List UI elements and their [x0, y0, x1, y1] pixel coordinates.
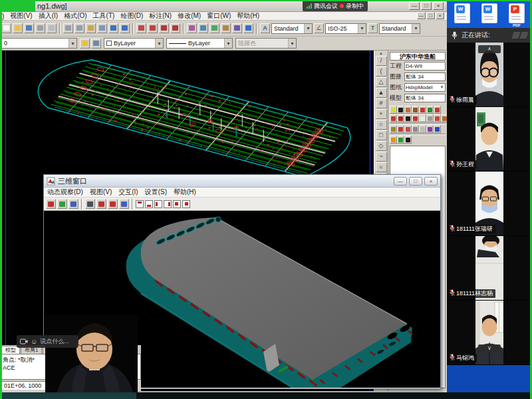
view-left-cube-icon[interactable] [154, 200, 162, 208]
block-editor-icon[interactable] [232, 23, 242, 33]
copy-icon[interactable] [74, 23, 84, 33]
cad-menu-2[interactable]: 格式(O) [64, 11, 86, 21]
view-top-cube-icon[interactable] [136, 200, 144, 208]
sheetset-manager-icon[interactable] [209, 23, 219, 33]
hull-mark-icon[interactable] [434, 106, 441, 114]
layer-select[interactable]: 0▼ [1, 38, 77, 49]
zoom-previous-icon[interactable] [170, 23, 180, 33]
hull-barrel-icon[interactable] [397, 114, 404, 122]
toolbar-scroll-up-icon[interactable]: ▲ [379, 51, 383, 55]
measure-icon[interactable]: = [376, 162, 387, 172]
hull-gray2-icon[interactable] [419, 125, 426, 133]
mdi-close-button[interactable]: × [436, 12, 444, 19]
layer-states-icon[interactable] [80, 39, 90, 49]
cad-menu-5[interactable]: 标注(N) [149, 11, 172, 21]
hull-save-icon[interactable] [397, 106, 404, 114]
linetype-select[interactable]: ByLayer▼ [166, 38, 233, 49]
panel-field-value[interactable]: 船体 34 [404, 94, 446, 102]
view-back-cube-icon[interactable] [182, 200, 190, 208]
hull-curve-icon[interactable] [404, 125, 412, 133]
maximize-button[interactable]: □ [421, 2, 432, 10]
hull-delete-icon[interactable] [404, 136, 412, 144]
cut-icon[interactable] [63, 23, 73, 33]
cad-menu-1[interactable]: 插入(I) [39, 11, 58, 21]
draw-solid-icon[interactable]: ▲ [376, 88, 387, 98]
participant-cell[interactable]: 181111林志杨 [447, 236, 532, 301]
chat-input-placeholder[interactable]: 说点什么... [40, 337, 69, 346]
word-doc-icon-2[interactable]: W [479, 3, 499, 28]
meeting-chat-bar[interactable]: ☺ 说点什么... [17, 335, 78, 348]
hull-cut-icon[interactable] [404, 114, 412, 122]
lineweight-select[interactable]: 随颜色▼ [235, 38, 297, 49]
viewer3d-menu-2[interactable]: 交互(I) [118, 188, 138, 197]
paste-icon[interactable] [86, 23, 96, 33]
view-bottom-cube-icon[interactable] [145, 200, 153, 208]
viewer3d-maximize-button[interactable]: □ [409, 177, 422, 186]
layer-isolate-icon[interactable] [91, 39, 101, 49]
rotate-icon[interactable]: ○ [376, 120, 387, 130]
collapse-up-button[interactable]: ∧ [478, 45, 501, 53]
panel-field-value[interactable]: 船体 34 [404, 72, 446, 81]
hull-block-icon[interactable] [412, 106, 419, 114]
hull-new-icon[interactable] [390, 106, 397, 114]
viewer3d-menu-1[interactable]: 视图(V) [90, 188, 112, 197]
hull-stack-icon[interactable] [426, 114, 434, 122]
hull-weld-icon[interactable] [434, 114, 441, 122]
hull-flag-icon[interactable] [412, 114, 419, 122]
hull-plate-icon[interactable] [419, 106, 426, 114]
cad-menu-8[interactable]: 帮助(H) [237, 11, 259, 21]
text-style-icon[interactable]: A [260, 23, 270, 33]
orbit-icon[interactable] [46, 199, 56, 209]
cad-menu-3[interactable]: 工具(T) [93, 11, 115, 21]
delete-view-icon[interactable] [108, 199, 118, 209]
viewer3d-menu-0[interactable]: 动态观察(D) [47, 188, 83, 197]
zoom-realtime-icon[interactable] [148, 23, 158, 33]
participant-video[interactable] [475, 107, 503, 172]
cad-menu-0[interactable]: 视图(V) [10, 11, 32, 21]
diamond-icon[interactable]: ◇ [376, 141, 387, 151]
hull-import-icon[interactable] [404, 106, 412, 114]
hull-diamond-icon[interactable] [390, 136, 397, 144]
participant-cell[interactable]: ∧徐雨晨 [447, 43, 532, 107]
pdf-doc-icon[interactable]: PPDF [507, 3, 527, 28]
view-right-cube-icon[interactable] [164, 200, 172, 208]
participant-cell[interactable]: 孙王程 [447, 107, 532, 172]
plot-preview-icon[interactable] [47, 23, 57, 33]
draw-line-icon[interactable]: / [376, 56, 387, 66]
monitor-icon[interactable] [85, 199, 95, 209]
new-file-icon[interactable] [1, 23, 11, 33]
zoom-window-icon[interactable] [159, 23, 169, 33]
dim-style-icon[interactable]: ∠ [314, 23, 324, 33]
hull-profile-icon[interactable] [426, 106, 434, 114]
flag-icon[interactable] [96, 199, 106, 209]
panel-field-value[interactable]: D4-W9 [404, 62, 446, 70]
participant-cell[interactable]: ∨马锦鸿 [447, 301, 532, 365]
redo-icon[interactable] [120, 23, 130, 33]
viewer3d-menu-3[interactable]: 设置(S) [145, 188, 167, 197]
view-front-cube-icon[interactable] [173, 200, 181, 208]
hull-gray1-icon[interactable] [412, 125, 419, 133]
viewer3d-close-button[interactable]: × [424, 177, 438, 186]
participant-cell[interactable]: 181111张瑞研 [447, 172, 532, 236]
taskbar[interactable] [0, 392, 532, 399]
emoji-icon[interactable]: ☺ [31, 338, 37, 345]
move-icon[interactable]: + [376, 109, 387, 119]
table-style-icon[interactable]: T [368, 23, 378, 33]
minimize-button[interactable]: — [409, 2, 420, 10]
grid-array-icon[interactable]: # [376, 98, 387, 108]
match-properties-icon[interactable] [97, 23, 107, 33]
viewer3d-titlebar[interactable]: 三维窗口 — □ × [44, 175, 440, 188]
cad-titlebar[interactable]: ng1.dwg] 腾讯会议 录制中 — □ × [0, 0, 447, 12]
hull-edge-icon[interactable] [397, 125, 404, 133]
open-file-icon[interactable] [13, 23, 23, 33]
draw-arc-icon[interactable]: ( [376, 66, 387, 76]
designcenter-icon[interactable] [187, 23, 197, 33]
draw-polygon-icon[interactable]: △ [376, 77, 387, 87]
panel-field-value[interactable]: HdxpModel▼ [404, 83, 446, 92]
text-style-select[interactable]: Standard▼ [271, 23, 313, 34]
camera-icon[interactable] [20, 338, 28, 344]
mdi-restore-button[interactable]: □ [426, 12, 435, 19]
hull-green-icon[interactable] [397, 136, 404, 144]
plot-icon[interactable] [35, 23, 45, 33]
mdi-minimize-button[interactable]: — [417, 12, 426, 19]
